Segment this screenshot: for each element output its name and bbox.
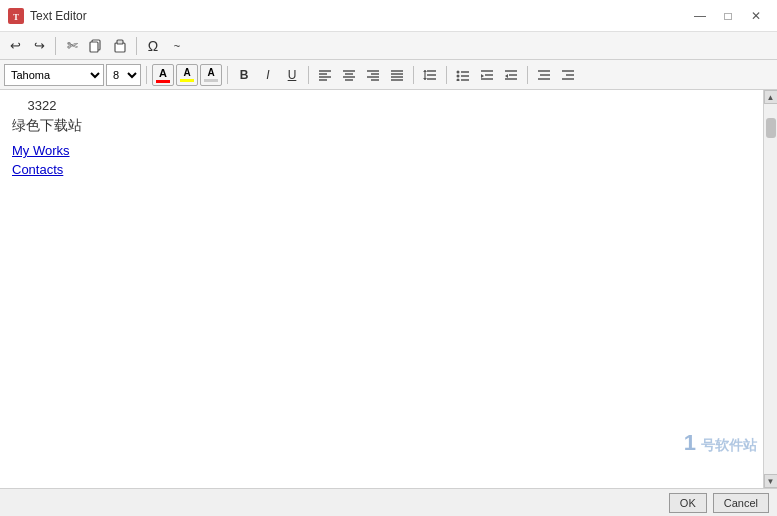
line-chinese: 绿色下载站: [12, 117, 751, 135]
cut-button[interactable]: ✄: [61, 35, 83, 57]
app-icon: T: [8, 8, 24, 24]
maximize-button[interactable]: □: [715, 6, 741, 26]
macro-button[interactable]: ~: [166, 35, 188, 57]
redo-button[interactable]: ↪: [28, 35, 50, 57]
sep4: [227, 66, 228, 84]
indent-button[interactable]: [557, 64, 579, 86]
editor-container: 3322 绿色下载站 My Works Contacts ▲ ▼ 1 号软件站: [0, 90, 777, 488]
svg-point-32: [457, 78, 460, 81]
bg-color-swatch: [204, 79, 218, 82]
window-controls: — □ ✕: [687, 6, 769, 26]
italic-button[interactable]: I: [257, 64, 279, 86]
sep8: [527, 66, 528, 84]
editor-content[interactable]: 3322 绿色下载站 My Works Contacts: [0, 90, 763, 488]
toolbar-row1: ↩ ↪ ✄ Ω ~: [0, 32, 777, 60]
sep3: [146, 66, 147, 84]
cancel-button[interactable]: Cancel: [713, 493, 769, 513]
close-button[interactable]: ✕: [743, 6, 769, 26]
myworks-link[interactable]: My Works: [12, 143, 751, 158]
align-justify-button[interactable]: [386, 64, 408, 86]
scrollbar[interactable]: ▲ ▼: [763, 90, 777, 488]
sep5: [308, 66, 309, 84]
svg-point-30: [457, 74, 460, 77]
svg-rect-5: [117, 40, 123, 44]
title-bar: T Text Editor — □ ✕: [0, 0, 777, 32]
svg-marker-27: [423, 78, 427, 80]
ok-button[interactable]: OK: [669, 493, 707, 513]
title-bar-left: T Text Editor: [8, 8, 87, 24]
undo-button[interactable]: ↩: [4, 35, 26, 57]
highlight-button[interactable]: A: [176, 64, 198, 86]
contacts-link[interactable]: Contacts: [12, 162, 751, 177]
align-left-button[interactable]: [314, 64, 336, 86]
bg-color-icon: A: [207, 67, 214, 78]
underline-button[interactable]: U: [281, 64, 303, 86]
svg-text:T: T: [13, 12, 19, 22]
font-color-icon: A: [159, 67, 167, 79]
sep1: [55, 37, 56, 55]
align-right-button[interactable]: [362, 64, 384, 86]
increase-indent-button[interactable]: [500, 64, 522, 86]
scroll-down-arrow[interactable]: ▼: [764, 474, 778, 488]
svg-point-28: [457, 70, 460, 73]
status-bar: OK Cancel: [0, 488, 777, 516]
bullet-list-button[interactable]: [452, 64, 474, 86]
toolbar-row2: Tahoma Arial Times New Roman 8 10 12 14 …: [0, 60, 777, 90]
svg-marker-41: [505, 74, 508, 78]
sep2: [136, 37, 137, 55]
scroll-up-arrow[interactable]: ▲: [764, 90, 778, 104]
font-color-button[interactable]: A: [152, 64, 174, 86]
font-color-swatch: [156, 80, 170, 83]
line-spacing-button[interactable]: [419, 64, 441, 86]
align-center-button[interactable]: [338, 64, 360, 86]
outdent-button[interactable]: [533, 64, 555, 86]
font-size-select[interactable]: 8 10 12 14: [106, 64, 141, 86]
svg-marker-37: [481, 74, 484, 78]
copy-button[interactable]: [85, 35, 107, 57]
minimize-button[interactable]: —: [687, 6, 713, 26]
highlight-swatch: [180, 79, 194, 82]
font-family-select[interactable]: Tahoma Arial Times New Roman: [4, 64, 104, 86]
bold-button[interactable]: B: [233, 64, 255, 86]
svg-rect-3: [90, 42, 98, 52]
line-number: 3322: [12, 98, 72, 113]
window-title: Text Editor: [30, 9, 87, 23]
paste-button[interactable]: [109, 35, 131, 57]
scrollbar-thumb[interactable]: [766, 118, 776, 138]
special-chars-button[interactable]: Ω: [142, 35, 164, 57]
sep6: [413, 66, 414, 84]
decrease-indent-button[interactable]: [476, 64, 498, 86]
bg-color-button[interactable]: A: [200, 64, 222, 86]
sep7: [446, 66, 447, 84]
highlight-icon: A: [183, 67, 190, 78]
svg-marker-26: [423, 70, 427, 72]
